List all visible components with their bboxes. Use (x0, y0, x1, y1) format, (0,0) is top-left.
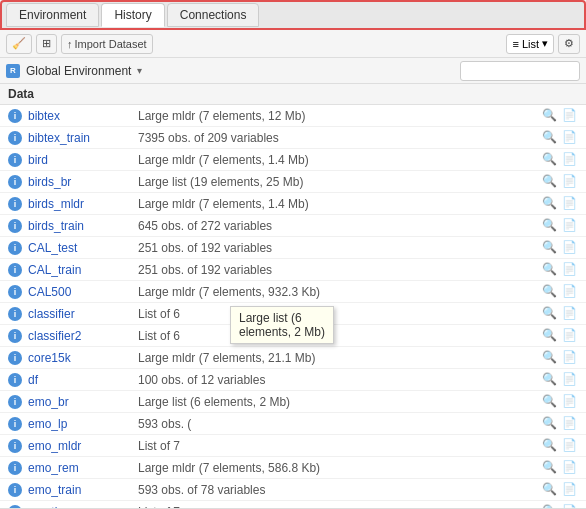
table-row[interactable]: i emo_rem Large mldr (7 elements, 586.8 … (0, 457, 586, 479)
row-desc: 251 obs. of 192 variables (138, 241, 538, 255)
row-name[interactable]: birds_train (28, 219, 138, 233)
file-icon: 📄 (562, 196, 578, 212)
row-name[interactable]: classifier (28, 307, 138, 321)
search-icon[interactable]: 🔍 (542, 416, 558, 432)
search-icon[interactable]: 🔍 (542, 350, 558, 366)
row-name[interactable]: bibtex_train (28, 131, 138, 145)
table-row[interactable]: i core15k Large mldr (7 elements, 21.1 M… (0, 347, 586, 369)
environment-search[interactable] (460, 61, 580, 81)
table-row[interactable]: i CAL_test 251 obs. of 192 variables 🔍 📄 (0, 237, 586, 259)
row-name[interactable]: bird (28, 153, 138, 167)
row-desc: 593 obs. of 78 variables (138, 483, 538, 497)
search-icon[interactable]: 🔍 (542, 152, 558, 168)
table-row[interactable]: i emo_mldr List of 7 🔍 📄 (0, 435, 586, 457)
file-icon: 📄 (562, 482, 578, 498)
table-row[interactable]: i CAL500 Large mldr (7 elements, 932.3 K… (0, 281, 586, 303)
table-row[interactable]: i emo_br Large list (6 elements, 2 Mb) 🔍… (0, 391, 586, 413)
file-icon: 📄 (562, 394, 578, 410)
broom-button[interactable]: 🧹 (6, 34, 32, 54)
search-icon[interactable]: 🔍 (542, 394, 558, 410)
file-icon: 📄 (562, 108, 578, 124)
table-row[interactable]: i birds_br Large list (19 elements, 25 M… (0, 171, 586, 193)
toolbar: 🧹 ⊞ ↑ Import Dataset ≡ List ▾ ⚙ (0, 30, 586, 58)
file-icon: 📄 (562, 262, 578, 278)
row-desc: List of 6 (138, 329, 538, 343)
search-icon[interactable]: 🔍 (542, 306, 558, 322)
list-dropdown[interactable]: ≡ List ▾ (506, 34, 554, 54)
row-name[interactable]: emo_rem (28, 461, 138, 475)
search-icon[interactable]: 🔍 (542, 460, 558, 476)
tab-bar: Environment History Connections (0, 0, 586, 30)
table-row[interactable]: i emo_train 593 obs. of 78 variables 🔍 📄 (0, 479, 586, 501)
environment-dropdown-arrow[interactable]: ▾ (137, 65, 142, 76)
row-desc: 7395 obs. of 209 variables (138, 131, 538, 145)
row-desc: List of 7 (138, 439, 538, 453)
environment-row: R Global Environment ▾ (0, 58, 586, 84)
row-desc: 251 obs. of 192 variables (138, 263, 538, 277)
search-icon[interactable]: 🔍 (542, 174, 558, 190)
row-name[interactable]: df (28, 373, 138, 387)
row-name[interactable]: classifier2 (28, 329, 138, 343)
search-icon[interactable]: 🔍 (542, 438, 558, 454)
row-name[interactable]: bibtex (28, 109, 138, 123)
search-icon[interactable]: 🔍 (542, 196, 558, 212)
search-icon[interactable]: 🔍 (542, 328, 558, 344)
row-name[interactable]: emo_lp (28, 417, 138, 431)
row-name[interactable]: birds_mldr (28, 197, 138, 211)
search-icon[interactable]: 🔍 (542, 284, 558, 300)
row-icon: i (8, 285, 22, 299)
table-row[interactable]: i bibtex Large mldr (7 elements, 12 Mb) … (0, 105, 586, 127)
import-dataset-button[interactable]: ↑ Import Dataset (61, 34, 153, 54)
row-icon: i (8, 175, 22, 189)
search-icon[interactable]: 🔍 (542, 130, 558, 146)
search-icon[interactable]: 🔍 (542, 372, 558, 388)
row-name[interactable]: CAL500 (28, 285, 138, 299)
grid-button[interactable]: ⊞ (36, 34, 57, 54)
row-icon: i (8, 241, 22, 255)
row-desc: Large mldr (7 elements, 1.4 Mb) (138, 197, 538, 211)
row-name[interactable]: core15k (28, 351, 138, 365)
table-row[interactable]: i CAL_train 251 obs. of 192 variables 🔍 … (0, 259, 586, 281)
tab-connections[interactable]: Connections (167, 3, 260, 27)
file-icon: 📄 (562, 460, 578, 476)
table-row[interactable]: i birds_mldr Large mldr (7 elements, 1.4… (0, 193, 586, 215)
search-icon[interactable]: 🔍 (542, 482, 558, 498)
table-row[interactable]: i emotion List of 7 🔍 📄 (0, 501, 586, 508)
row-name[interactable]: emo_train (28, 483, 138, 497)
table-row[interactable]: i bibtex_train 7395 obs. of 209 variable… (0, 127, 586, 149)
row-icon: i (8, 439, 22, 453)
search-icon[interactable]: 🔍 (542, 240, 558, 256)
row-name[interactable]: CAL_train (28, 263, 138, 277)
row-desc: 593 obs. ( (138, 417, 538, 431)
row-icon: i (8, 219, 22, 233)
environment-label[interactable]: Global Environment (26, 64, 131, 78)
row-name[interactable]: emo_mldr (28, 439, 138, 453)
file-icon: 📄 (562, 284, 578, 300)
row-name[interactable]: emotion (28, 505, 138, 509)
table-row[interactable]: i birds_train 645 obs. of 272 variables … (0, 215, 586, 237)
row-name[interactable]: CAL_test (28, 241, 138, 255)
search-icon[interactable]: 🔍 (542, 218, 558, 234)
row-desc: List of 7 (138, 505, 538, 509)
table-row[interactable]: i df 100 obs. of 12 variables 🔍 📄 (0, 369, 586, 391)
search-icon[interactable]: 🔍 (542, 108, 558, 124)
row-icon: i (8, 197, 22, 211)
row-desc: Large mldr (7 elements, 586.8 Kb) (138, 461, 538, 475)
row-icon: i (8, 395, 22, 409)
table-row[interactable]: i emo_lp 593 obs. ( 🔍 📄 (0, 413, 586, 435)
settings-button[interactable]: ⚙ (558, 34, 580, 54)
tab-environment[interactable]: Environment (6, 3, 99, 27)
row-icon: i (8, 307, 22, 321)
search-icon[interactable]: 🔍 (542, 504, 558, 509)
row-icon: i (8, 351, 22, 365)
tab-history[interactable]: History (101, 3, 164, 27)
search-icon[interactable]: 🔍 (542, 262, 558, 278)
table-row[interactable]: i bird Large mldr (7 elements, 1.4 Mb) 🔍… (0, 149, 586, 171)
row-desc: Large mldr (7 elements, 1.4 Mb) (138, 153, 538, 167)
row-name[interactable]: emo_br (28, 395, 138, 409)
row-name[interactable]: birds_br (28, 175, 138, 189)
list-icon: ≡ (512, 38, 518, 50)
row-desc: Large mldr (7 elements, 12 Mb) (138, 109, 538, 123)
row-desc: Large list (6 elements, 2 Mb) (138, 395, 538, 409)
import-icon: ↑ (67, 38, 73, 50)
